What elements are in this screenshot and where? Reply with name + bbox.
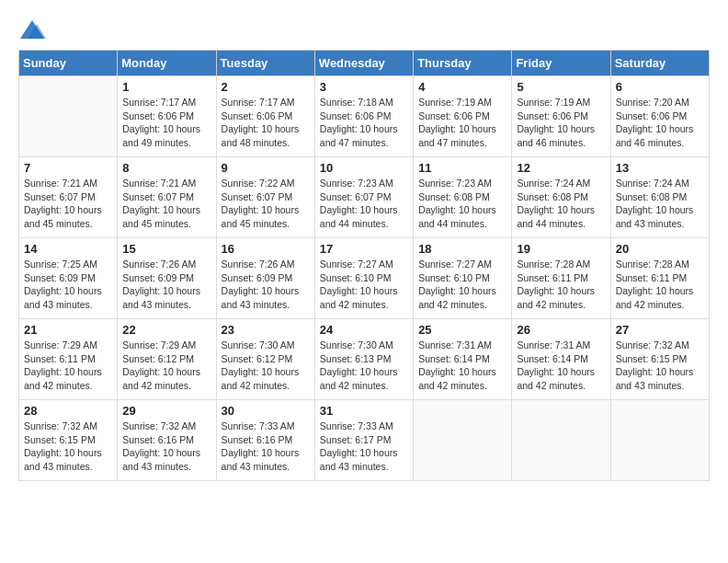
calendar-day-cell: 13Sunrise: 7:24 AM Sunset: 6:08 PM Dayli… bbox=[610, 157, 709, 238]
calendar-week-row: 14Sunrise: 7:25 AM Sunset: 6:09 PM Dayli… bbox=[19, 238, 710, 319]
day-number: 26 bbox=[517, 323, 605, 337]
day-info: Sunrise: 7:22 AM Sunset: 6:07 PM Dayligh… bbox=[222, 177, 310, 231]
calendar-day-cell: 15Sunrise: 7:26 AM Sunset: 6:09 PM Dayli… bbox=[118, 238, 216, 319]
calendar-day-cell: 23Sunrise: 7:30 AM Sunset: 6:12 PM Dayli… bbox=[216, 319, 314, 400]
day-info: Sunrise: 7:27 AM Sunset: 6:10 PM Dayligh… bbox=[418, 258, 506, 312]
calendar-day-cell: 6Sunrise: 7:20 AM Sunset: 6:06 PM Daylig… bbox=[610, 76, 709, 157]
day-number: 25 bbox=[418, 323, 506, 337]
calendar-week-row: 1Sunrise: 7:17 AM Sunset: 6:06 PM Daylig… bbox=[19, 76, 710, 157]
day-number: 31 bbox=[320, 404, 408, 418]
day-number: 2 bbox=[222, 80, 310, 94]
header-row: SundayMondayTuesdayWednesdayThursdayFrid… bbox=[19, 51, 710, 76]
calendar-day-cell: 10Sunrise: 7:23 AM Sunset: 6:07 PM Dayli… bbox=[314, 157, 413, 238]
day-number: 6 bbox=[616, 80, 704, 94]
calendar-day-cell: 18Sunrise: 7:27 AM Sunset: 6:10 PM Dayli… bbox=[414, 238, 512, 319]
calendar-day-cell: 11Sunrise: 7:23 AM Sunset: 6:08 PM Dayli… bbox=[414, 157, 512, 238]
day-info: Sunrise: 7:31 AM Sunset: 6:14 PM Dayligh… bbox=[517, 339, 605, 393]
day-number: 29 bbox=[122, 404, 210, 418]
calendar-day-cell bbox=[610, 400, 709, 481]
day-info: Sunrise: 7:31 AM Sunset: 6:14 PM Dayligh… bbox=[418, 339, 506, 393]
day-info: Sunrise: 7:24 AM Sunset: 6:08 PM Dayligh… bbox=[616, 177, 704, 231]
day-info: Sunrise: 7:21 AM Sunset: 6:07 PM Dayligh… bbox=[122, 177, 210, 231]
calendar-day-cell bbox=[512, 400, 610, 481]
day-info: Sunrise: 7:19 AM Sunset: 6:06 PM Dayligh… bbox=[517, 96, 605, 150]
day-info: Sunrise: 7:33 AM Sunset: 6:16 PM Dayligh… bbox=[222, 419, 310, 474]
day-info: Sunrise: 7:19 AM Sunset: 6:06 PM Dayligh… bbox=[418, 96, 506, 150]
calendar-day-cell: 24Sunrise: 7:30 AM Sunset: 6:13 PM Dayli… bbox=[314, 319, 413, 400]
day-number: 7 bbox=[24, 161, 112, 175]
day-info: Sunrise: 7:24 AM Sunset: 6:08 PM Dayligh… bbox=[517, 177, 605, 231]
day-info: Sunrise: 7:30 AM Sunset: 6:13 PM Dayligh… bbox=[320, 339, 408, 393]
day-number: 1 bbox=[122, 80, 210, 94]
calendar-day-cell: 28Sunrise: 7:32 AM Sunset: 6:15 PM Dayli… bbox=[19, 400, 118, 481]
logo bbox=[18, 18, 50, 40]
calendar-day-cell: 9Sunrise: 7:22 AM Sunset: 6:07 PM Daylig… bbox=[216, 157, 314, 238]
calendar-day-cell: 17Sunrise: 7:27 AM Sunset: 6:10 PM Dayli… bbox=[314, 238, 413, 319]
calendar-day-cell: 26Sunrise: 7:31 AM Sunset: 6:14 PM Dayli… bbox=[512, 319, 610, 400]
day-info: Sunrise: 7:21 AM Sunset: 6:07 PM Dayligh… bbox=[24, 177, 112, 231]
calendar-day-cell bbox=[19, 76, 118, 157]
day-number: 13 bbox=[616, 161, 704, 175]
day-of-week-header: Sunday bbox=[19, 51, 118, 76]
calendar-day-cell: 31Sunrise: 7:33 AM Sunset: 6:17 PM Dayli… bbox=[314, 400, 413, 481]
day-number: 18 bbox=[418, 242, 506, 256]
day-number: 3 bbox=[320, 80, 408, 94]
calendar-header: SundayMondayTuesdayWednesdayThursdayFrid… bbox=[19, 51, 710, 76]
day-info: Sunrise: 7:23 AM Sunset: 6:07 PM Dayligh… bbox=[320, 177, 408, 231]
day-of-week-header: Saturday bbox=[610, 51, 709, 76]
day-info: Sunrise: 7:33 AM Sunset: 6:17 PM Dayligh… bbox=[320, 419, 408, 474]
day-number: 4 bbox=[418, 80, 506, 94]
day-info: Sunrise: 7:29 AM Sunset: 6:11 PM Dayligh… bbox=[24, 339, 112, 393]
calendar-day-cell: 19Sunrise: 7:28 AM Sunset: 6:11 PM Dayli… bbox=[512, 238, 610, 319]
day-number: 30 bbox=[222, 404, 310, 418]
calendar-day-cell: 12Sunrise: 7:24 AM Sunset: 6:08 PM Dayli… bbox=[512, 157, 610, 238]
day-info: Sunrise: 7:25 AM Sunset: 6:09 PM Dayligh… bbox=[24, 258, 112, 312]
day-info: Sunrise: 7:29 AM Sunset: 6:12 PM Dayligh… bbox=[122, 339, 210, 393]
day-info: Sunrise: 7:28 AM Sunset: 6:11 PM Dayligh… bbox=[517, 258, 605, 312]
calendar-table: SundayMondayTuesdayWednesdayThursdayFrid… bbox=[18, 50, 710, 481]
day-info: Sunrise: 7:23 AM Sunset: 6:08 PM Dayligh… bbox=[418, 177, 506, 231]
day-number: 15 bbox=[122, 242, 210, 256]
day-number: 12 bbox=[517, 161, 605, 175]
day-of-week-header: Friday bbox=[512, 51, 610, 76]
calendar-day-cell bbox=[414, 400, 512, 481]
calendar-day-cell: 7Sunrise: 7:21 AM Sunset: 6:07 PM Daylig… bbox=[19, 157, 118, 238]
day-info: Sunrise: 7:27 AM Sunset: 6:10 PM Dayligh… bbox=[320, 258, 408, 312]
day-number: 9 bbox=[222, 161, 310, 175]
day-info: Sunrise: 7:18 AM Sunset: 6:06 PM Dayligh… bbox=[320, 96, 408, 150]
page-header bbox=[18, 18, 710, 40]
calendar-day-cell: 2Sunrise: 7:17 AM Sunset: 6:06 PM Daylig… bbox=[216, 76, 314, 157]
day-number: 10 bbox=[320, 161, 408, 175]
day-info: Sunrise: 7:32 AM Sunset: 6:16 PM Dayligh… bbox=[122, 419, 210, 474]
calendar-week-row: 21Sunrise: 7:29 AM Sunset: 6:11 PM Dayli… bbox=[19, 319, 710, 400]
calendar-day-cell: 16Sunrise: 7:26 AM Sunset: 6:09 PM Dayli… bbox=[216, 238, 314, 319]
calendar-day-cell: 27Sunrise: 7:32 AM Sunset: 6:15 PM Dayli… bbox=[610, 319, 709, 400]
day-of-week-header: Wednesday bbox=[314, 51, 413, 76]
calendar-day-cell: 30Sunrise: 7:33 AM Sunset: 6:16 PM Dayli… bbox=[216, 400, 314, 481]
day-of-week-header: Thursday bbox=[414, 51, 512, 76]
calendar-day-cell: 20Sunrise: 7:28 AM Sunset: 6:11 PM Dayli… bbox=[610, 238, 709, 319]
day-info: Sunrise: 7:26 AM Sunset: 6:09 PM Dayligh… bbox=[122, 258, 210, 312]
day-number: 8 bbox=[122, 161, 210, 175]
day-info: Sunrise: 7:28 AM Sunset: 6:11 PM Dayligh… bbox=[616, 258, 704, 312]
day-number: 20 bbox=[616, 242, 704, 256]
day-info: Sunrise: 7:32 AM Sunset: 6:15 PM Dayligh… bbox=[24, 419, 112, 474]
calendar-day-cell: 1Sunrise: 7:17 AM Sunset: 6:06 PM Daylig… bbox=[118, 76, 216, 157]
calendar-week-row: 7Sunrise: 7:21 AM Sunset: 6:07 PM Daylig… bbox=[19, 157, 710, 238]
calendar-week-row: 28Sunrise: 7:32 AM Sunset: 6:15 PM Dayli… bbox=[19, 400, 710, 481]
calendar-day-cell: 3Sunrise: 7:18 AM Sunset: 6:06 PM Daylig… bbox=[314, 76, 413, 157]
calendar-day-cell: 5Sunrise: 7:19 AM Sunset: 6:06 PM Daylig… bbox=[512, 76, 610, 157]
day-number: 19 bbox=[517, 242, 605, 256]
day-number: 5 bbox=[517, 80, 605, 94]
day-number: 17 bbox=[320, 242, 408, 256]
day-of-week-header: Tuesday bbox=[216, 51, 314, 76]
day-info: Sunrise: 7:17 AM Sunset: 6:06 PM Dayligh… bbox=[122, 96, 210, 150]
calendar-day-cell: 25Sunrise: 7:31 AM Sunset: 6:14 PM Dayli… bbox=[414, 319, 512, 400]
day-number: 27 bbox=[616, 323, 704, 337]
day-number: 23 bbox=[222, 323, 310, 337]
day-number: 16 bbox=[222, 242, 310, 256]
logo-icon bbox=[18, 18, 46, 40]
day-info: Sunrise: 7:32 AM Sunset: 6:15 PM Dayligh… bbox=[616, 339, 704, 393]
day-number: 22 bbox=[122, 323, 210, 337]
day-number: 11 bbox=[418, 161, 506, 175]
